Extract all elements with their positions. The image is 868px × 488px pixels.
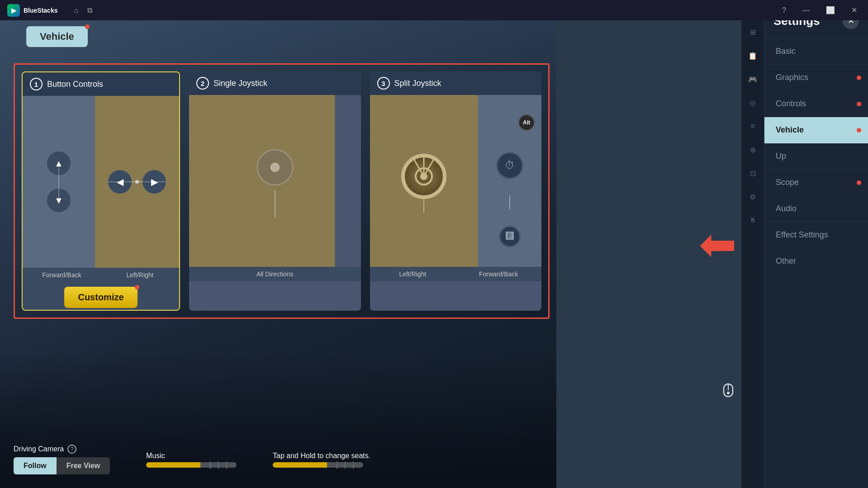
settings-item-controls[interactable]: Controls (764, 91, 868, 117)
side-icon-strip: ⊞ 📋 🎮 ◎ ≡ ⊕ ⊡ ⚙ 🖱 (741, 0, 764, 488)
button-labels-row: Forward/Back Left/Right (23, 268, 179, 282)
driving-camera-group: Driving Camera ? Follow Free View (14, 445, 110, 474)
side-icon-5[interactable]: ≡ (745, 119, 760, 133)
seat-slider[interactable]: ⋮⋮⋮ (273, 462, 363, 468)
vehicle-dot (857, 128, 861, 133)
seat-slider-group: Tap and Hold to change seats. ⋮⋮⋮ (273, 452, 370, 468)
split-forward-back-label: Forward/Back (455, 270, 541, 278)
settings-item-scope[interactable]: Scope (764, 170, 868, 196)
alt-badge: Alt (518, 114, 535, 131)
vehicle-red-dot (85, 24, 90, 29)
button-controls-body: ▲ ▼ ◀ ▶ (23, 96, 179, 268)
single-joystick-body (189, 95, 361, 267)
settings-panel: Settings ✕ Basic Graphics Controls Vehic… (764, 0, 868, 488)
tap-hold-label: Tap and Hold to change seats. (273, 452, 370, 460)
forward-back-controls: ▲ ▼ (23, 96, 95, 268)
svg-point-2 (727, 392, 730, 394)
right-button[interactable]: ▶ (142, 170, 166, 194)
home-icon[interactable]: ⌂ (74, 6, 78, 14)
split-joystick-labels: Left/Right Forward/Back (370, 267, 542, 281)
customize-button[interactable]: Customize (64, 287, 137, 308)
settings-item-other-label: Other (776, 256, 796, 265)
left-right-controls: ◀ ▶ (95, 96, 179, 268)
settings-item-basic[interactable]: Basic (764, 38, 868, 65)
bluestacks-logo-icon: ▶ (7, 4, 20, 17)
split-joystick-body: Alt ⏱ 🅱 (370, 95, 542, 267)
side-icon-8[interactable]: ⚙ (745, 190, 760, 204)
single-joystick-title: Single Joystick (213, 79, 267, 88)
speed-gauge: ⏱ (496, 152, 523, 179)
side-icon-7[interactable]: ⊡ (745, 166, 760, 180)
controls-dot (857, 102, 861, 106)
app-name: BlueStacks (24, 7, 57, 14)
side-icon-6[interactable]: ⊕ (745, 142, 760, 157)
driving-camera-text: Driving Camera (14, 445, 64, 453)
red-arrow-indicator: ⬅ (699, 222, 737, 267)
settings-item-audio[interactable]: Audio (764, 196, 868, 222)
split-right-controls: Alt ⏱ 🅱 (478, 95, 541, 267)
vehicle-label: Vehicle (26, 26, 88, 47)
steering-area (370, 95, 479, 267)
vehicle-label-text: Vehicle (40, 31, 74, 43)
seat-slider-handle-icon: ⋮⋮⋮ (331, 460, 359, 470)
settings-item-vehicle[interactable]: Vehicle (764, 117, 868, 143)
forward-back-label: Forward/Back (23, 271, 101, 279)
music-slider-group: Music ⋮⋮⋮ (146, 452, 237, 468)
split-joystick-title: Split Joystick (394, 79, 441, 88)
left-button[interactable]: ◀ (108, 170, 132, 194)
customize-red-dot (135, 285, 139, 289)
side-icon-9[interactable]: 🖱 (745, 213, 760, 227)
button-controls-card[interactable]: 1 Button Controls ▲ ▼ ◀ ▶ Forward/Back L… (22, 71, 180, 311)
side-icon-4[interactable]: ◎ (745, 95, 760, 110)
single-joystick-header: 2 Single Joystick (189, 71, 361, 95)
horizontal-stick: ◀ ▶ (108, 170, 166, 194)
music-label: Music (146, 452, 237, 460)
bottom-panel: Driving Camera ? Follow Free View Music … (14, 445, 370, 474)
driving-camera-help-icon[interactable]: ? (67, 445, 76, 454)
side-icon-2[interactable]: 📋 (745, 48, 760, 63)
settings-item-other[interactable]: Other (764, 248, 868, 275)
seat-slider-filled (273, 462, 327, 468)
settings-item-effect-label: Effect Settings (776, 230, 828, 239)
single-joystick-card[interactable]: 2 Single Joystick All Directions (189, 71, 361, 311)
button-controls-title: Button Controls (47, 80, 103, 89)
music-slider[interactable]: ⋮⋮⋮ (146, 462, 237, 468)
side-icon-1[interactable]: ⊞ (745, 25, 760, 39)
music-slider-empty: ⋮⋮⋮ (200, 462, 237, 468)
joystick-stick-line (275, 190, 275, 217)
help-icon[interactable]: ? (778, 5, 790, 16)
settings-item-up-label: Up (776, 152, 786, 161)
titlebar: ▶ BlueStacks ⌂ ⧉ ? — ⬜ ✕ (0, 0, 868, 20)
steering-wheel (401, 154, 446, 199)
titlebar-nav: ⌂ ⧉ (65, 6, 101, 14)
music-slider-filled (146, 462, 200, 468)
mouse-icon (722, 383, 735, 402)
restore-button[interactable]: ⬜ (822, 4, 839, 16)
free-view-button[interactable]: Free View (57, 457, 110, 474)
follow-button[interactable]: Follow (14, 457, 57, 474)
settings-item-controls-label: Controls (776, 99, 806, 108)
split-joystick-header: 3 Split Joystick (370, 71, 542, 95)
split-joystick-card[interactable]: 3 Split Joystick Alt ⏱ (370, 71, 542, 311)
side-icon-3[interactable]: 🎮 (745, 72, 760, 86)
single-joystick-labels: All Directions (189, 267, 361, 281)
settings-item-effect[interactable]: Effect Settings (764, 222, 868, 248)
close-button[interactable]: ✕ (848, 4, 861, 16)
settings-item-scope-label: Scope (776, 178, 799, 187)
left-right-label: Left/Right (101, 271, 179, 279)
window-icon[interactable]: ⧉ (87, 6, 92, 14)
titlebar-window-controls: ? — ⬜ ✕ (778, 4, 868, 16)
button-controls-header: 1 Button Controls (23, 72, 179, 96)
single-joystick-number: 2 (196, 77, 209, 90)
driving-camera-label-row: Driving Camera ? (14, 445, 110, 454)
settings-item-graphics[interactable]: Graphics (764, 65, 868, 91)
settings-item-up[interactable]: Up (764, 143, 868, 170)
joystick-circle (257, 149, 293, 185)
music-slider-handle-icon: ⋮⋮⋮ (204, 460, 232, 470)
joystick-knob (270, 163, 280, 172)
camera-buttons: Follow Free View (14, 457, 110, 474)
split-joystick-number: 3 (377, 77, 390, 90)
minimize-button[interactable]: — (799, 5, 813, 16)
app-logo: ▶ BlueStacks (0, 4, 65, 17)
split-left-right-label: Left/Right (370, 270, 456, 278)
